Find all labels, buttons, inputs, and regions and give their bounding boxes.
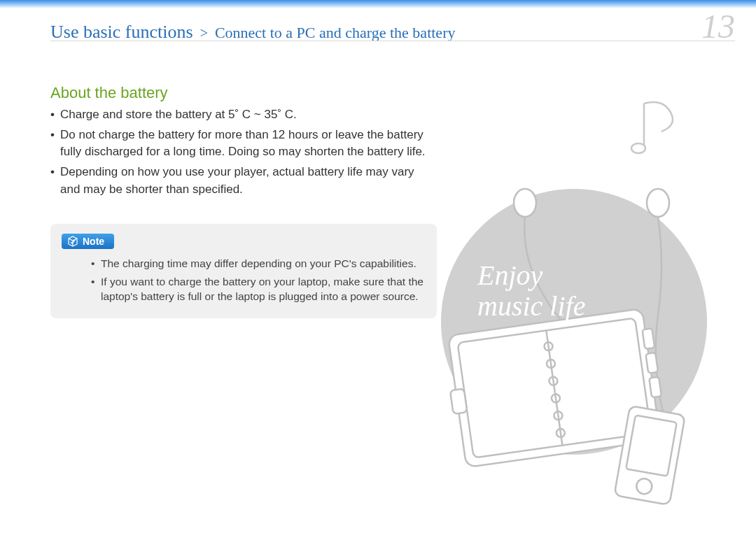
svg-rect-13 <box>642 328 654 349</box>
enjoy-music-illustration <box>392 91 756 525</box>
battery-bullet-list: Charge and store the battery at 5˚ C ~ 3… <box>50 106 428 201</box>
top-gradient-bar <box>0 0 756 8</box>
svg-rect-4 <box>448 308 661 467</box>
note-box: Note The charging time may differ depend… <box>50 224 437 318</box>
section-title: About the battery <box>50 84 168 102</box>
svg-rect-15 <box>649 377 662 398</box>
note-list: The charging time may differ depending o… <box>62 256 426 304</box>
breadcrumb-main: Use basic functions <box>50 22 193 42</box>
caption-line-1: Enjoy <box>477 260 585 291</box>
list-item: Do not charge the battery for more than … <box>50 127 428 161</box>
note-cube-icon <box>67 236 78 247</box>
svg-point-9 <box>549 376 559 386</box>
svg-rect-5 <box>458 318 652 458</box>
svg-point-19 <box>636 478 653 495</box>
breadcrumb-separator: > <box>200 25 208 41</box>
caption-line-2: music life <box>477 291 585 322</box>
svg-point-0 <box>441 189 707 455</box>
list-item: The charging time may differ depending o… <box>91 256 426 271</box>
svg-rect-17 <box>614 406 685 505</box>
svg-line-6 <box>546 330 562 445</box>
page-number: 13 <box>701 10 735 43</box>
svg-point-2 <box>514 189 536 217</box>
list-item: If you want to charge the battery on you… <box>91 274 426 304</box>
svg-point-1 <box>631 143 645 153</box>
header: Use basic functions > Connect to a PC an… <box>50 10 735 43</box>
header-divider <box>50 41 735 41</box>
svg-point-12 <box>556 428 566 438</box>
list-item: Charge and store the battery at 5˚ C ~ 3… <box>50 106 428 124</box>
svg-rect-18 <box>626 415 677 476</box>
svg-point-3 <box>647 189 669 217</box>
breadcrumb-sub: Connect to a PC and charge the battery <box>215 24 456 41</box>
svg-rect-16 <box>450 389 468 414</box>
note-badge: Note <box>62 234 114 249</box>
breadcrumb: Use basic functions > Connect to a PC an… <box>50 22 455 43</box>
illustration-caption: Enjoy music life <box>477 260 585 322</box>
note-label: Note <box>83 236 104 247</box>
svg-rect-14 <box>645 353 658 374</box>
svg-point-7 <box>544 341 554 351</box>
list-item: Depending on how you use your player, ac… <box>50 164 428 198</box>
svg-point-10 <box>551 394 561 404</box>
svg-point-11 <box>554 411 564 420</box>
svg-point-8 <box>546 359 556 369</box>
